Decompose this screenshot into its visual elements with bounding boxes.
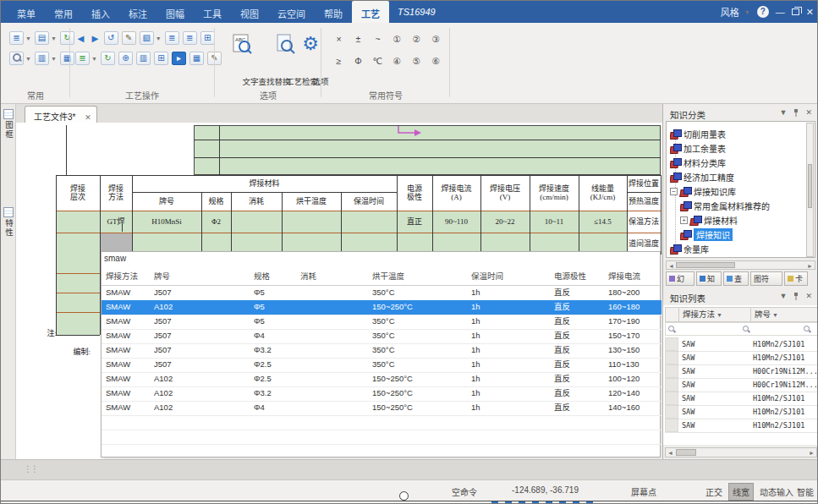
dropdown-cell[interactable]: 110~130 <box>608 358 659 371</box>
row-selector-cell[interactable] <box>665 405 678 419</box>
new-doc-caret-icon[interactable]: ▼ <box>25 36 31 41</box>
restore-button[interactable] <box>792 8 799 15</box>
minus-expander-icon[interactable]: − <box>670 188 678 195</box>
filter-row[interactable] <box>665 322 818 336</box>
symbol-button[interactable]: ℃ <box>368 55 387 68</box>
plus-expander-icon[interactable]: + <box>680 216 688 224</box>
dropdown-header[interactable]: 规格 <box>254 270 294 283</box>
scroll-left-icon[interactable]: ◄ <box>668 262 674 271</box>
dropdown-header[interactable]: 焊接方法 <box>106 270 147 283</box>
sidebar-dock-tab[interactable]: 幻 <box>666 271 694 286</box>
dropdown-cell[interactable]: A102 <box>154 300 247 314</box>
toolbar-grip[interactable]: ⋮⋮ <box>24 464 37 474</box>
card-cell[interactable] <box>56 211 100 233</box>
symbol-button[interactable]: ± <box>349 33 368 46</box>
tree-vscroll-thumb[interactable] <box>808 164 812 208</box>
tree-item[interactable]: 材料分类库 <box>670 156 726 169</box>
symbol-button[interactable]: ~ <box>368 33 387 46</box>
list-cell-method[interactable]: SAW <box>682 364 748 378</box>
sidebar-dock-tab[interactable]: 图符 <box>750 271 782 286</box>
doc-copy-icon[interactable]: ≣ <box>183 31 197 45</box>
export-doc-icon[interactable]: ▥ <box>35 52 49 65</box>
dropdown-cell[interactable]: Φ5 <box>254 315 294 328</box>
symbol-button[interactable]: ③ <box>426 33 446 46</box>
document-tab[interactable]: 工艺文件3* ✕ <box>25 106 97 123</box>
dropdown-cell[interactable]: 直反 <box>554 386 601 400</box>
card-cell[interactable]: 保温方法 <box>627 211 661 233</box>
sidebar-dock-tab[interactable]: 卡 <box>784 271 808 286</box>
minimize-button[interactable]: — <box>776 7 785 17</box>
dropdown-cell[interactable]: 150~250°C <box>372 386 464 400</box>
dropdown-cell[interactable]: 160~180 <box>608 300 659 314</box>
status-toggle[interactable]: 线宽 <box>728 483 754 501</box>
card-cell[interactable]: 直正 <box>397 211 432 233</box>
list-cell-brand[interactable]: H00Cr19Ni12M... <box>753 378 818 392</box>
symbol-button[interactable]: ⑤ <box>407 55 426 68</box>
dropdown-cell[interactable]: 1h <box>471 315 547 328</box>
pin-icon[interactable] <box>793 109 799 117</box>
panel-close-icon[interactable]: ✕ <box>805 108 812 117</box>
row-selector-cell[interactable] <box>665 337 678 351</box>
dock-tab-properties[interactable]: 特性 <box>3 207 14 237</box>
doc-blue-icon[interactable]: ≣ <box>165 31 179 45</box>
grid-icon[interactable]: ⊞ <box>154 52 168 65</box>
dropdown-cell[interactable]: 直反 <box>554 315 601 328</box>
list-cell-brand[interactable]: H10Mn2/SJ101 <box>753 392 818 405</box>
dropdown-cell[interactable]: SMAW <box>106 401 147 414</box>
dropdown-cell[interactable]: Φ4 <box>254 401 294 414</box>
symbol-button[interactable]: ④ <box>387 55 407 68</box>
sort-caret-icon[interactable]: ▼ <box>771 312 778 318</box>
style-caret-icon[interactable]: ▼ <box>744 9 750 15</box>
list-cell-method[interactable]: SAW <box>682 351 748 364</box>
process-search-button[interactable]: 工艺检索 <box>268 28 302 89</box>
dropdown-cell[interactable]: Φ5 <box>254 286 294 299</box>
menu-item[interactable]: 云空间 <box>268 1 315 23</box>
scroll-right-icon[interactable]: ► <box>809 449 815 457</box>
sidebar-dock-tab[interactable]: 查 <box>723 271 749 286</box>
dropdown-header[interactable]: 保温时间 <box>471 270 547 283</box>
list-cell-method[interactable]: SAW <box>682 378 748 392</box>
symbol-button[interactable]: Φ <box>349 55 368 68</box>
open-doc-caret-icon[interactable]: ▼ <box>51 36 57 41</box>
tree-item[interactable]: +焊接材料 <box>680 213 738 227</box>
dropdown-cell[interactable]: A102 <box>154 401 247 414</box>
dropdown-cell[interactable]: 直反 <box>554 300 601 314</box>
dropdown-cell[interactable]: Φ3.2 <box>254 386 294 400</box>
menu-item[interactable]: 菜单 <box>8 1 45 23</box>
dropdown-cell[interactable]: 350°C <box>372 315 464 328</box>
dropdown-cell[interactable]: 130~150 <box>608 343 659 357</box>
dropdown-cell[interactable]: 180~200 <box>608 286 659 299</box>
card-cell[interactable]: ≤14.5 <box>579 211 627 233</box>
dropdown-cell[interactable]: 1h <box>471 343 547 357</box>
list-cell-brand[interactable]: H10Mn2/SJ101 <box>753 419 818 432</box>
dropdown-cell[interactable]: SMAW <box>106 315 147 328</box>
panel-menu-icon[interactable]: ▼ <box>780 292 788 300</box>
dropdown-cell[interactable]: 120~140 <box>608 386 659 400</box>
dropdown-cell[interactable]: 直反 <box>554 358 601 371</box>
list-cell-brand[interactable]: H10Mn2/SJ101 <box>753 337 818 351</box>
dropdown-header[interactable]: 电源极性 <box>554 270 601 283</box>
dropdown-cell[interactable]: SMAW <box>106 300 147 314</box>
dropdown-header[interactable]: 消耗 <box>300 270 365 283</box>
tree-hscroll-thumb[interactable] <box>676 262 735 268</box>
close-button[interactable]: ✕ <box>806 7 814 18</box>
tree-item[interactable]: 加工余量表 <box>670 141 726 155</box>
menu-item[interactable]: 图幅 <box>156 1 194 23</box>
style-button[interactable]: 风格 <box>721 5 739 19</box>
menu-item[interactable]: 帮助 <box>315 1 352 23</box>
dropdown-cell[interactable]: 直反 <box>554 329 601 342</box>
columns-icon[interactable]: ⊞ <box>200 31 215 45</box>
dropdown-cell[interactable]: J507 <box>154 286 247 299</box>
dropdown-cell[interactable]: 直反 <box>554 286 601 299</box>
dropdown-cell[interactable]: 1h <box>471 329 547 342</box>
dropdown-header[interactable]: 烘干温度 <box>372 270 464 283</box>
card-cell[interactable]: 10~11 <box>530 211 579 233</box>
dropdown-cell[interactable]: 350°C <box>372 329 464 342</box>
card-cell[interactable] <box>56 233 100 255</box>
card-cell[interactable]: Φ2 <box>201 211 231 233</box>
panel-menu-icon[interactable]: ▼ <box>780 108 788 117</box>
dropdown-cell[interactable]: 直反 <box>554 401 601 414</box>
row-selector-cell[interactable] <box>665 419 678 432</box>
dropdown-cell[interactable]: 350°C <box>372 286 464 299</box>
dropdown-cell[interactable]: Φ2.5 <box>254 372 294 386</box>
